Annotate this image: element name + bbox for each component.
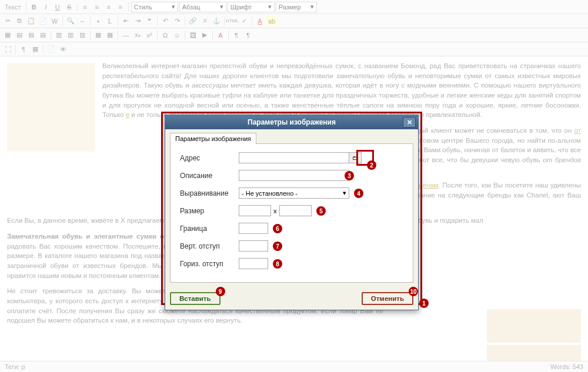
width-input[interactable] <box>239 205 271 216</box>
field-label-desc: Описание <box>180 172 239 180</box>
size-separator: x <box>273 207 277 215</box>
field-label-url: Адрес <box>180 154 239 162</box>
cancel-button[interactable]: Отменить 10 <box>362 292 413 305</box>
field-label-size: Размер <box>180 207 239 215</box>
url-input[interactable] <box>239 152 349 163</box>
field-label-hspace: Гориз. отступ <box>180 260 239 268</box>
annotation-marker-9: 9 <box>216 287 225 296</box>
annotation-marker-6: 6 <box>273 224 282 233</box>
field-label-align: Выравнивание <box>180 189 239 197</box>
description-input[interactable] <box>239 170 349 181</box>
image-params-dialog: Параметры изображения ✕ Параметры изобра… <box>165 115 419 310</box>
hspace-input[interactable] <box>239 258 268 269</box>
dialog-close-button[interactable]: ✕ <box>403 117 416 128</box>
dialog-titlebar: Параметры изображения ✕ <box>165 115 418 129</box>
annotation-marker-7: 7 <box>273 242 282 251</box>
annotation-marker-1: 1 <box>419 299 429 308</box>
insert-button[interactable]: Вставить 9 <box>170 292 220 305</box>
dialog-tab-pane: Адрес 🗀 2 Описание 3 Выравнивание - Не у… <box>170 143 413 283</box>
align-select[interactable]: - Не установлено -▾ <box>239 187 349 199</box>
height-input[interactable] <box>279 205 312 216</box>
border-input[interactable] <box>239 223 268 234</box>
dialog-title: Параметры изображения <box>248 118 336 126</box>
vspace-input[interactable] <box>239 240 268 252</box>
field-label-border: Граница <box>180 224 239 233</box>
dialog-tab[interactable]: Параметры изображения <box>170 133 256 144</box>
browse-button[interactable]: 🗀 <box>349 152 362 163</box>
annotation-marker-10: 10 <box>409 287 418 296</box>
field-label-vspace: Верт. отступ <box>180 242 239 250</box>
annotation-marker-8: 8 <box>273 259 282 269</box>
annotation-marker-3: 3 <box>345 171 354 180</box>
annotation-marker-4: 4 <box>354 189 363 198</box>
annotation-marker-5: 5 <box>316 206 326 216</box>
annotation-marker-2: 2 <box>367 160 376 170</box>
